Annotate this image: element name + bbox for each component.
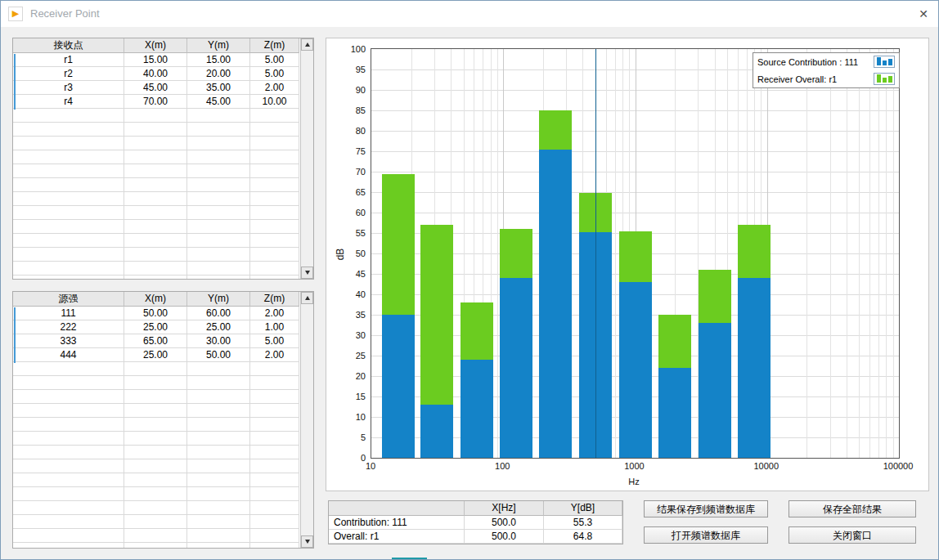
scroll-down-icon[interactable] [301,267,313,279]
scroll-down-icon[interactable] [301,535,313,548]
table-cell[interactable] [13,109,124,123]
table-cell[interactable]: 444 [13,348,124,362]
table-cell[interactable] [250,150,299,164]
table-cell[interactable]: r3 [13,81,124,95]
table-cell[interactable]: 333 [13,334,124,348]
table-cell[interactable] [13,248,124,262]
save-to-spectrum-db-button[interactable]: 结果保存到频谱数据库 [644,500,768,517]
table-cell[interactable]: 1.00 [250,320,299,334]
table-cell[interactable] [250,459,299,473]
table-cell[interactable] [187,446,250,459]
table-cell[interactable] [124,487,187,501]
table-cell[interactable] [124,234,187,248]
table-cell[interactable] [124,150,187,164]
table-cell[interactable] [124,459,187,473]
table-cell[interactable] [187,473,250,487]
table-cell[interactable] [187,390,250,404]
table-cell[interactable] [250,220,299,234]
table-cell[interactable]: 50.00 [187,348,250,362]
table-cell[interactable]: 50.00 [124,307,187,320]
table-cell[interactable] [250,206,299,220]
table-cell[interactable] [187,150,250,164]
table-cell[interactable]: 222 [13,320,124,334]
table-cell[interactable] [124,404,187,418]
table-cell[interactable] [250,137,299,150]
table-cell[interactable] [187,418,250,432]
table-cell[interactable] [187,192,250,206]
table-cell[interactable] [124,206,187,220]
table-cell[interactable] [250,362,299,376]
table-cell[interactable] [124,220,187,234]
table-cell[interactable] [13,432,124,446]
table-cell[interactable] [124,262,187,276]
table-cell[interactable] [187,362,250,376]
table-cell[interactable] [13,178,124,192]
table-cell[interactable]: 25.00 [124,348,187,362]
table-cell[interactable]: 5.00 [250,334,299,348]
legend-item-overall[interactable]: Receiver Overall: r1 [753,70,899,87]
plot-area[interactable] [371,48,900,459]
table-cell[interactable] [250,418,299,432]
table-cell[interactable] [124,432,187,446]
table-cell[interactable] [124,248,187,262]
save-all-results-button[interactable]: 保存全部结果 [788,500,916,517]
table-cell[interactable]: r1 [13,53,124,67]
table-cell[interactable] [13,220,124,234]
table-cell[interactable]: 25.00 [187,320,250,334]
close-window-button[interactable]: 关闭窗口 [788,526,916,544]
table-cell[interactable] [13,390,124,404]
table-cell[interactable] [124,473,187,487]
table-cell[interactable]: 25.00 [124,320,187,334]
table-cell[interactable] [13,473,124,487]
table-cell[interactable] [124,390,187,404]
table-cell[interactable] [250,376,299,390]
table-cell[interactable] [187,376,250,390]
scroll-up-icon[interactable] [301,38,313,51]
source-table-scrollbar[interactable] [300,292,313,548]
table-cell[interactable] [13,501,124,515]
table-cell[interactable]: 45.00 [187,95,250,109]
table-cell[interactable] [13,376,124,390]
title-bar[interactable]: ▶ Receiver Point ✕ [1,1,938,27]
table-cell[interactable] [187,220,250,234]
table-cell[interactable]: 10.00 [250,95,299,109]
table-cell[interactable]: r4 [13,95,124,109]
table-cell[interactable] [250,487,299,501]
table-cell[interactable]: 70.00 [124,95,187,109]
table-cell[interactable] [250,234,299,248]
table-cell[interactable] [187,206,250,220]
table-cell[interactable] [124,515,187,529]
close-icon[interactable]: ✕ [909,1,938,27]
table-cell[interactable] [187,276,250,279]
table-cell[interactable]: 20.00 [187,67,250,81]
table-cell[interactable] [187,178,250,192]
table-cell[interactable] [250,109,299,123]
table-cell[interactable] [187,248,250,262]
table-cell[interactable]: 45.00 [124,81,187,95]
table-cell[interactable] [187,262,250,276]
table-cell[interactable] [250,543,299,548]
table-cell[interactable] [13,262,124,276]
table-cell[interactable]: 15.00 [187,53,250,67]
table-cell[interactable] [187,432,250,446]
table-cell[interactable] [13,459,124,473]
table-cell[interactable] [250,262,299,276]
table-cell[interactable] [250,192,299,206]
table-cell[interactable] [250,446,299,459]
table-cell[interactable] [250,164,299,178]
table-cell[interactable] [13,362,124,376]
table-cell[interactable] [13,487,124,501]
table-cell[interactable] [13,446,124,459]
table-cell[interactable] [250,404,299,418]
table-cell[interactable] [187,543,250,548]
table-cell[interactable]: 15.00 [124,53,187,67]
table-cell[interactable] [124,178,187,192]
table-cell[interactable] [13,515,124,529]
table-cell[interactable] [187,459,250,473]
chart-cursor[interactable] [595,49,596,458]
receiver-table-scrollbar[interactable] [300,38,313,279]
table-cell[interactable] [124,109,187,123]
table-cell[interactable] [250,501,299,515]
table-cell[interactable]: 5.00 [250,53,299,67]
table-cell[interactable] [124,529,187,543]
